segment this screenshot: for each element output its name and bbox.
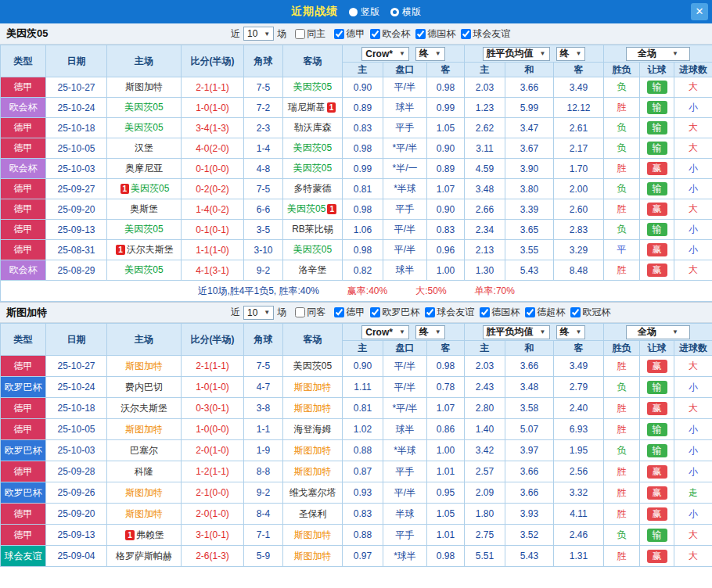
- cell-score: 0-1(0-1): [182, 220, 244, 240]
- odds-source-select[interactable]: Crow*▼: [361, 325, 409, 339]
- league-checkbox[interactable]: [461, 29, 471, 39]
- cell-result: 胜: [604, 419, 640, 440]
- league-label: 欧冠杯: [582, 306, 610, 319]
- league-filter[interactable]: 德国杯: [480, 306, 520, 319]
- chevron-down-icon: ▼: [264, 30, 270, 38]
- scope-select[interactable]: 全场▼: [626, 325, 690, 339]
- team-label: 多特蒙德: [294, 183, 332, 194]
- cell-odds-away: 0.78: [427, 377, 465, 398]
- col-result: 胜负: [604, 63, 640, 77]
- cell-league: 德甲: [1, 118, 46, 138]
- close-button[interactable]: ✕: [691, 3, 708, 20]
- scope-select[interactable]: 全场▼: [626, 47, 690, 61]
- league-filter[interactable]: 欧会杯: [370, 27, 410, 41]
- league-checkbox[interactable]: [425, 307, 435, 317]
- euro-stage-select[interactable]: 终▼: [556, 47, 586, 61]
- league-checkbox[interactable]: [334, 307, 344, 317]
- euro-odds-select[interactable]: 胜平负均值▼: [483, 325, 550, 339]
- cell-euro-draw: 3.93: [505, 504, 554, 525]
- same-venue-checkbox[interactable]: [295, 307, 305, 317]
- league-filter[interactable]: 德甲: [334, 27, 365, 41]
- team-label: RB莱比锡: [292, 224, 333, 235]
- cell-away-team: 斯图加特: [283, 377, 343, 398]
- cell-home-team: 1弗赖堡: [107, 525, 182, 546]
- odds-source-select[interactable]: Crow*▼: [361, 47, 409, 61]
- cell-odds-home: 0.81: [343, 398, 383, 419]
- odds-stage-select[interactable]: 终▼: [415, 47, 445, 61]
- match-row: 德甲25-09-28科隆1-2(1-1)8-8斯图加特0.87平手1.012.5…: [1, 461, 712, 482]
- league-checkbox[interactable]: [334, 29, 344, 39]
- cell-goals: 小: [674, 159, 712, 179]
- team-label: 勒沃库森: [294, 122, 332, 133]
- league-filter[interactable]: 德甲: [334, 306, 365, 319]
- league-checkbox[interactable]: [480, 307, 490, 317]
- handicap-result-badge: 输: [647, 101, 667, 114]
- team-label: 圣保利: [299, 508, 327, 519]
- layout-radio-vertical[interactable]: 竖版: [349, 5, 379, 19]
- cell-euro-draw: 3.66: [505, 77, 554, 98]
- euro-odds-select[interactable]: 胜平负均值▼: [483, 47, 550, 61]
- league-checkbox[interactable]: [415, 29, 426, 39]
- league-filter[interactable]: 欧冠杯: [570, 306, 610, 319]
- cell-score: 1-0(1-0): [182, 377, 244, 398]
- cell-away-team: 斯图加特: [283, 440, 343, 461]
- same-venue-filter[interactable]: 同客: [295, 306, 325, 319]
- cell-result: 负: [604, 179, 640, 199]
- cell-goals: 大: [674, 546, 712, 567]
- cell-handicap-result: 输: [640, 118, 674, 138]
- cell-odds-handicap: 球半: [383, 419, 427, 440]
- cell-away-team: 美因茨05: [283, 356, 343, 377]
- cell-date: 25-10-27: [46, 356, 107, 377]
- team-label: 美因茨05: [287, 203, 325, 214]
- odds-stage-select[interactable]: 终▼: [415, 325, 445, 339]
- match-row: 欧会杯25-10-24美因茨051-0(1-0)7-2瑞尼斯基10.89球半0.…: [1, 98, 712, 118]
- league-checkbox[interactable]: [525, 307, 535, 317]
- cell-odds-handicap: 平/半: [383, 220, 427, 240]
- col-odds-away: 客: [427, 63, 465, 77]
- cell-goals: 大: [674, 77, 712, 98]
- league-filter[interactable]: 德国杯: [415, 27, 455, 41]
- team-label: 斯图加特: [125, 81, 163, 92]
- layout-radio-horizontal[interactable]: 横版: [390, 5, 421, 19]
- cell-euro-win: 5.51: [465, 546, 505, 567]
- league-filter[interactable]: 欧罗巴杯: [370, 306, 419, 319]
- league-label: 德甲: [346, 27, 365, 41]
- cell-euro-win: 2.62: [465, 118, 505, 138]
- games-count-select[interactable]: 10 ▼: [243, 306, 274, 320]
- cell-score: 1-4(0-2): [182, 199, 244, 220]
- league-checkbox[interactable]: [570, 307, 581, 317]
- cell-euro-draw: 3.65: [505, 220, 554, 240]
- red-card-badge: 1: [327, 102, 336, 113]
- league-filter[interactable]: 球会友谊: [425, 306, 474, 319]
- cell-euro-lose: 2.60: [554, 199, 604, 220]
- league-checkbox[interactable]: [370, 29, 380, 39]
- league-label: 德甲: [346, 306, 365, 319]
- odds-source-value: Crow*: [365, 327, 393, 338]
- team-label: 斯图加特: [294, 466, 332, 477]
- cell-away-team: 多特蒙德: [283, 179, 343, 199]
- league-filters: 德甲欧罗巴杯球会友谊德国杯德超杯欧冠杯: [329, 306, 610, 319]
- cell-league: 欧会杯: [1, 98, 46, 118]
- cell-score: 4-1(3-1): [182, 260, 244, 281]
- match-row: 欧罗巴杯25-09-26斯图加特2-1(0-0)9-2维戈塞尔塔0.93平/半0…: [1, 482, 712, 504]
- cell-home-team: 斯图加特: [107, 504, 182, 525]
- cell-league: 德甲: [1, 398, 46, 419]
- cell-date: 25-10-18: [46, 118, 107, 138]
- cell-odds-handicap: 平手: [383, 199, 427, 220]
- same-venue-checkbox[interactable]: [295, 29, 305, 39]
- team-label: 美因茨05: [131, 183, 169, 194]
- cell-odds-handicap: 平/半: [383, 377, 427, 398]
- league-checkbox[interactable]: [370, 307, 380, 317]
- same-venue-filter[interactable]: 同主: [295, 27, 325, 41]
- games-count-select[interactable]: 10 ▼: [243, 27, 274, 41]
- match-row: 欧罗巴杯25-10-03巴塞尔2-0(1-0)1-9斯图加特0.88*半球1.0…: [1, 440, 712, 461]
- cell-euro-draw: 3.66: [505, 482, 554, 504]
- league-filter[interactable]: 德超杯: [525, 306, 565, 319]
- cell-home-team: 斯图加特: [107, 482, 182, 504]
- cell-odds-away: 0.98: [427, 546, 465, 567]
- league-filter[interactable]: 球会友谊: [461, 27, 510, 41]
- cell-odds-away: 1.07: [427, 179, 465, 199]
- euro-stage-select[interactable]: 终▼: [556, 325, 586, 339]
- cell-odds-home: 0.98: [343, 138, 383, 159]
- cell-euro-lose: 4.11: [554, 504, 604, 525]
